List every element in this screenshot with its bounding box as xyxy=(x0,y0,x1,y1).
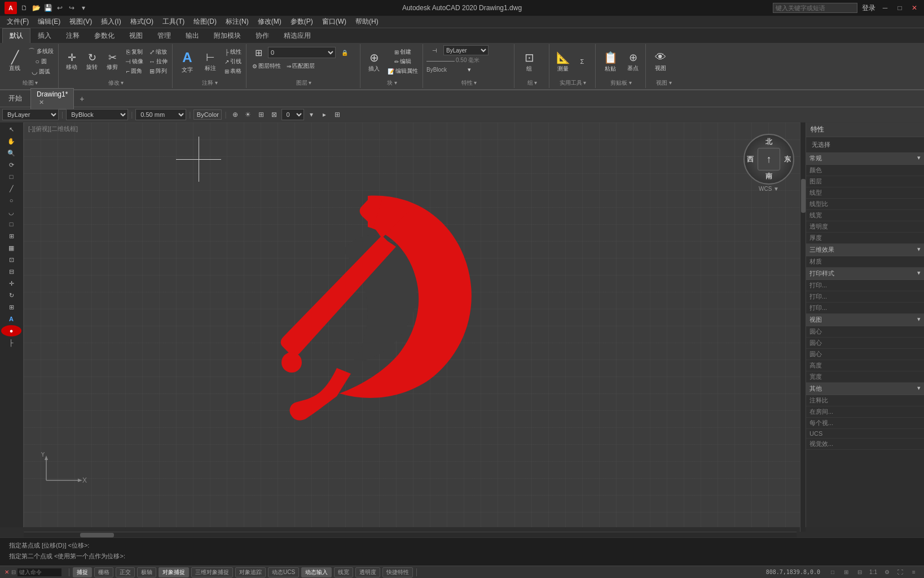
draw-line[interactable]: ╱ 直线 xyxy=(5,46,25,77)
draw-arc[interactable]: ◡ 圆弧 xyxy=(26,67,56,76)
fullscreen-icon[interactable]: ⛶ xyxy=(895,567,906,578)
vscroll-thumb[interactable] xyxy=(801,179,806,213)
tool-circle[interactable]: ○ xyxy=(1,195,21,206)
menu-help[interactable]: 帮助(H) xyxy=(351,16,383,28)
menu-draw[interactable]: 绘图(D) xyxy=(189,16,221,28)
tool-dim3[interactable]: ├ xyxy=(1,337,21,348)
prop-settings[interactable]: ▾ xyxy=(461,65,477,73)
other-section-title[interactable]: 其他▾ xyxy=(806,383,924,395)
menu-file[interactable]: 文件(F) xyxy=(2,16,33,28)
add-tab-button[interactable]: + xyxy=(76,93,87,104)
customize-icon[interactable]: ≡ xyxy=(908,567,919,578)
tb2-icon5[interactable]: ▾ xyxy=(306,109,317,120)
tool-gradient[interactable]: ▦ xyxy=(1,242,21,253)
maximize-button[interactable]: □ xyxy=(895,3,905,13)
close-button[interactable]: ✕ xyxy=(909,3,919,13)
tb2-icon3[interactable]: ⊞ xyxy=(256,109,267,120)
layer-lock[interactable]: 🔒 xyxy=(337,47,353,58)
modify-stretch[interactable]: ↔ 拉伸 xyxy=(147,57,170,66)
modify-trim[interactable]: ✂ 修剪 xyxy=(103,46,122,77)
tb2-icon7[interactable]: ⊞ xyxy=(332,109,343,120)
menu-tools[interactable]: 工具(T) xyxy=(158,16,189,28)
view-section-title[interactable]: 视图▾ xyxy=(806,314,924,326)
anno-scale-icon[interactable]: 1:1 xyxy=(868,567,879,578)
modify-move[interactable]: ✛ 移动 xyxy=(62,46,81,77)
text-btn[interactable]: A 文字 xyxy=(176,46,199,77)
lweight-btn[interactable]: 线宽 xyxy=(334,567,353,577)
modify-mirror[interactable]: ⊣ 镜像 xyxy=(123,57,146,66)
minimize-button[interactable]: ─ xyxy=(880,3,890,13)
otrack-btn[interactable]: 对象追踪 xyxy=(235,567,266,577)
menu-modify[interactable]: 修改(M) xyxy=(253,16,286,28)
tool-region[interactable]: ⊟ xyxy=(1,266,21,277)
qa-redo[interactable]: ↪ xyxy=(67,3,77,13)
3d-section-title[interactable]: 三维效果▾ xyxy=(806,244,924,256)
layer-props[interactable]: ⚙ 图层特性 xyxy=(250,61,283,71)
block-edit[interactable]: ✏ 编辑 xyxy=(385,57,420,66)
tb2-icon1[interactable]: ⊕ xyxy=(230,109,241,120)
tab-output[interactable]: 输出 xyxy=(178,28,206,43)
tab-collab[interactable]: 协作 xyxy=(248,28,276,43)
drawing1-tab[interactable]: Drawing1* ✕ xyxy=(30,88,74,110)
compass-wcs[interactable]: WCS ▼ xyxy=(743,186,794,192)
menu-parametric[interactable]: 参数(P) xyxy=(286,16,318,28)
block-insert[interactable]: ⊕ 插入 xyxy=(364,46,384,77)
menu-edit[interactable]: 编辑(E) xyxy=(33,16,65,28)
ducs-btn[interactable]: 动态UCS xyxy=(268,567,299,577)
tab-annotate[interactable]: 注释 xyxy=(59,28,87,43)
qa-open[interactable]: 📂 xyxy=(31,3,41,13)
tool-boundary[interactable]: ⊡ xyxy=(1,254,21,265)
modify-copy[interactable]: ⎘ 复制 xyxy=(123,47,146,56)
count-btn[interactable]: Σ xyxy=(574,57,590,66)
tool-pan[interactable]: ✋ xyxy=(1,135,21,147)
tb2-icon4[interactable]: ⊠ xyxy=(269,109,280,120)
layer-select[interactable]: 0 xyxy=(268,47,336,58)
measure-btn[interactable]: 📐 测量 xyxy=(553,46,573,77)
number-dropdown[interactable]: 0 xyxy=(281,109,304,120)
group-btn[interactable]: ⊡ 组 xyxy=(518,46,540,77)
search-input[interactable] xyxy=(773,3,857,13)
login-link[interactable]: 登录 xyxy=(862,3,875,13)
view-icon-1[interactable]: ⊞ xyxy=(841,567,852,578)
dynin-btn[interactable]: 动态输入 xyxy=(301,567,332,577)
modify-array[interactable]: ⊞ 阵列 xyxy=(147,67,170,76)
tool-hatch[interactable]: ⊞ xyxy=(1,230,21,242)
view-btn[interactable]: 👁 视图 xyxy=(649,46,672,77)
lineweight-dropdown[interactable]: 0.50 mm xyxy=(135,109,186,120)
print-section-title[interactable]: 打印样式▾ xyxy=(806,268,924,280)
workspace-icon[interactable]: ⚙ xyxy=(881,567,892,578)
polar-btn[interactable]: 极轴 xyxy=(137,567,156,577)
match-props[interactable]: ⇒ 匹配图层 xyxy=(284,61,317,71)
transp-btn[interactable]: 透明度 xyxy=(355,567,380,577)
canvas-area[interactable]: [-][俯视][二维线框] xyxy=(24,122,806,527)
linetype-dropdown[interactable]: ByBlock xyxy=(66,109,128,120)
grid-btn[interactable]: 栅格 xyxy=(94,567,113,577)
tool-rotate2[interactable]: ↻ xyxy=(1,290,21,301)
tab-addons[interactable]: 附加模块 xyxy=(206,28,248,43)
dimension-btn[interactable]: ⊢ 标注 xyxy=(200,46,221,77)
color-selector[interactable]: ByColor xyxy=(193,110,222,120)
cmd-input[interactable] xyxy=(17,568,62,577)
block-editor[interactable]: 📝 编辑属性 xyxy=(385,67,420,76)
qprops-btn[interactable]: 快捷特性 xyxy=(382,567,413,577)
view-icon-2[interactable]: ⊟ xyxy=(854,567,865,578)
snap-btn[interactable]: 捕捉 xyxy=(73,567,92,577)
tool-table[interactable]: ⊞ xyxy=(1,301,21,313)
vertical-scrollbar[interactable] xyxy=(800,122,806,532)
3dosnap-btn[interactable]: 三维对象捕捉 xyxy=(191,567,233,577)
layer-dropdown[interactable]: ByLayer xyxy=(2,109,59,120)
menu-format[interactable]: 格式(O) xyxy=(126,16,158,28)
layer-manager[interactable]: ⊞ xyxy=(250,45,267,60)
tool-text3[interactable]: A xyxy=(1,313,21,325)
menu-annotate[interactable]: 标注(N) xyxy=(221,16,253,28)
tool-arc[interactable]: ◡ xyxy=(1,207,21,218)
osnap-btn[interactable]: 对象捕捉 xyxy=(159,567,189,577)
qa-dropdown[interactable]: ▾ xyxy=(78,3,89,13)
tool-zoom[interactable]: 🔍 xyxy=(1,147,21,159)
tab-apps[interactable]: 精选应用 xyxy=(276,28,318,43)
common-section-title[interactable]: 常规▾ xyxy=(806,152,924,165)
tab-parametric[interactable]: 参数化 xyxy=(87,28,122,43)
model-icon[interactable]: □ xyxy=(827,567,838,578)
modify-scale[interactable]: ⤢ 缩放 xyxy=(147,47,170,56)
tool-line[interactable]: ╱ xyxy=(1,183,21,194)
